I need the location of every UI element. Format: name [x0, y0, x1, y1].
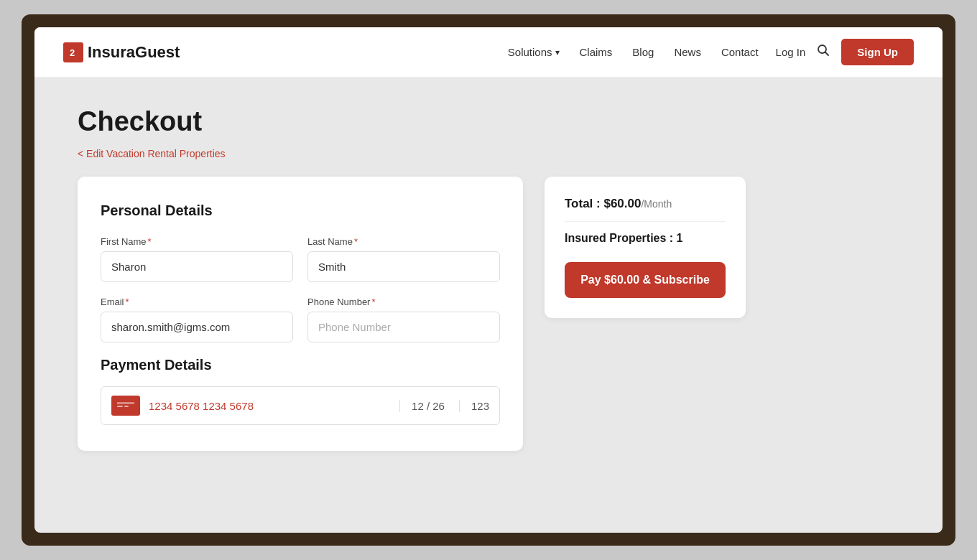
search-icon [817, 44, 830, 57]
nav-link-solutions[interactable]: Solutions [508, 46, 560, 58]
card-expiry-field[interactable]: 12 / 26 [399, 400, 445, 412]
search-button[interactable] [817, 44, 830, 60]
personal-details-title: Personal Details [101, 202, 500, 219]
logo[interactable]: 2 InsuraGuest [63, 42, 180, 62]
first-name-label: First Name* [101, 236, 293, 247]
outer-frame: 2 InsuraGuest Solutions Claims Blog News [22, 14, 955, 546]
nav-links: Solutions Claims Blog News Contact [508, 46, 759, 59]
nav-link-claims[interactable]: Claims [580, 46, 613, 58]
navbar: 2 InsuraGuest Solutions Claims Blog News [34, 27, 943, 78]
payment-details-title: Payment Details [101, 357, 500, 373]
checkout-layout: Personal Details First Name* Last Name* [78, 177, 899, 451]
card-cvv-field[interactable]: 123 [459, 400, 489, 412]
card-input-row: 1234 5678 1234 5678 12 / 26 123 [101, 386, 500, 425]
nav-item-claims[interactable]: Claims [580, 46, 613, 59]
summary-properties: Insured Properties : 1 [565, 232, 726, 245]
svg-line-3 [825, 52, 829, 56]
nav-item-contact[interactable]: Contact [721, 46, 759, 59]
contact-row: Email* Phone Number* [101, 297, 500, 342]
name-row: First Name* Last Name* [101, 236, 500, 282]
browser-window: 2 InsuraGuest Solutions Claims Blog News [34, 27, 943, 533]
nav-link-blog[interactable]: Blog [632, 46, 654, 58]
last-name-label: Last Name* [307, 236, 500, 247]
svg-rect-5 [117, 402, 134, 404]
last-name-group: Last Name* [307, 236, 500, 282]
card-brand-icon [111, 396, 140, 416]
phone-group: Phone Number* [307, 297, 500, 342]
nav-item-solutions[interactable]: Solutions [508, 46, 560, 58]
email-input[interactable] [101, 312, 293, 342]
nav-link-contact[interactable]: Contact [721, 46, 759, 58]
svg-rect-4 [116, 398, 136, 411]
summary-total: Total : $60.00/Month [565, 197, 726, 211]
summary-card: Total : $60.00/Month Insured Properties … [545, 177, 746, 318]
nav-link-news[interactable]: News [674, 46, 701, 58]
svg-text:2: 2 [70, 47, 75, 58]
form-card: Personal Details First Name* Last Name* [78, 177, 523, 451]
phone-input[interactable] [307, 312, 500, 342]
nav-item-news[interactable]: News [674, 46, 701, 59]
email-label: Email* [101, 297, 293, 307]
page-title: Checkout [78, 106, 899, 137]
page-content: Checkout < Edit Vacation Rental Properti… [34, 78, 943, 533]
first-name-group: First Name* [101, 236, 293, 282]
login-link[interactable]: Log In [776, 46, 806, 58]
logo-text: InsuraGuest [88, 43, 180, 62]
nav-actions: Log In Sign Up [776, 39, 914, 65]
svg-rect-7 [124, 406, 129, 407]
first-name-input[interactable] [101, 251, 293, 282]
card-number-field[interactable]: 1234 5678 1234 5678 [149, 400, 385, 412]
edit-link[interactable]: < Edit Vacation Rental Properties [78, 148, 226, 159]
pay-button[interactable]: Pay $60.00 & Subscribe [565, 262, 726, 298]
svg-rect-6 [117, 406, 123, 407]
summary-divider [565, 221, 726, 222]
last-name-input[interactable] [307, 251, 500, 282]
nav-item-blog[interactable]: Blog [632, 46, 654, 59]
logo-icon: 2 [63, 42, 83, 62]
signup-button[interactable]: Sign Up [841, 39, 914, 65]
phone-label: Phone Number* [307, 297, 500, 307]
email-group: Email* [101, 297, 293, 342]
